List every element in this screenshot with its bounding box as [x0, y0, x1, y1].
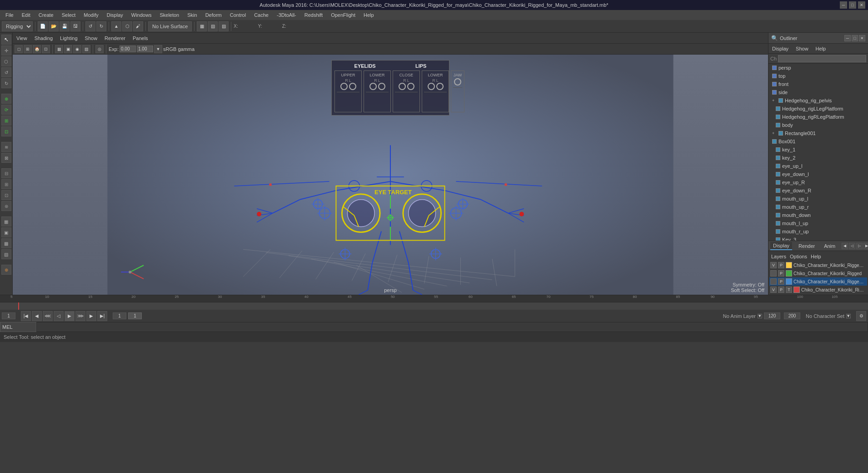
rotate-obj-button[interactable]: ⟳: [1, 105, 11, 115]
vp-menu-renderer[interactable]: Renderer: [103, 35, 127, 42]
lasso-select-button[interactable]: ⬡: [122, 21, 132, 31]
close-button[interactable]: ✕: [858, 1, 865, 9]
dra-tab-render[interactable]: Render: [796, 242, 818, 250]
dra-tab-anim[interactable]: Anim: [821, 242, 838, 250]
snap-grid-button[interactable]: ⊟: [1, 168, 11, 178]
layer-row-2[interactable]: V P Chiko_Character_Kikoriki_Rigged: [769, 269, 867, 277]
tree-item-eyeupl[interactable]: eye_up_l: [768, 162, 868, 170]
no-live-surface-button[interactable]: No Live Surface: [148, 21, 192, 31]
ipr-button[interactable]: ▩: [1, 238, 11, 248]
settings-button[interactable]: ⚙: [856, 311, 866, 321]
play-button[interactable]: ▶: [65, 311, 75, 321]
scale-obj-button[interactable]: ⊞: [1, 116, 11, 126]
render-region-button[interactable]: ▦: [1, 216, 11, 226]
transform-button[interactable]: ⊡: [1, 126, 11, 136]
layer-row-1[interactable]: V P Chiko_Character_Kikoriki_Rigged_st: [769, 261, 867, 269]
snap-point-button[interactable]: ⊡: [1, 190, 11, 200]
prev-frame-button[interactable]: ◀: [32, 311, 42, 321]
layer2-p-btn[interactable]: P: [778, 270, 784, 277]
lasso-tool-button[interactable]: ⬡: [1, 56, 11, 66]
tree-item-hedgehog-pelvis[interactable]: + Hedgehog_rig_pelvis: [768, 96, 868, 105]
outliner-close-btn[interactable]: ✕: [859, 35, 865, 41]
layer1-p-btn[interactable]: P: [778, 262, 784, 268]
menu-edit[interactable]: Edit: [18, 11, 34, 19]
tree-item-eyedownr[interactable]: eye_down_R: [768, 186, 868, 195]
menu-skeleton[interactable]: Skeleton: [156, 11, 183, 19]
timeline-bar[interactable]: [0, 302, 868, 310]
vp-isolate-btn[interactable]: ◎: [95, 45, 104, 53]
char-set-dropdown[interactable]: ▾: [846, 314, 851, 318]
mode-dropdown[interactable]: Rigging: [2, 21, 33, 31]
tree-item-rleg[interactable]: Hedgehog_rigRLegPlatform: [768, 113, 868, 121]
outliner-search-input[interactable]: [778, 55, 866, 62]
lower-lips-l-circle[interactable]: [436, 83, 444, 90]
dra-next2-btn[interactable]: ▶: [863, 243, 868, 249]
redo-button[interactable]: ↻: [96, 21, 106, 31]
jaw-circle[interactable]: [454, 78, 461, 86]
menu-redshift[interactable]: Redshift: [301, 11, 326, 19]
frame-end-input[interactable]: [764, 312, 780, 319]
gamma-btn[interactable]: ▼: [154, 45, 162, 53]
vp-btn2[interactable]: ⊞: [24, 45, 32, 53]
vp-menu-shading[interactable]: Shading: [33, 35, 55, 42]
layer1-v-btn[interactable]: V: [770, 262, 777, 268]
layers-menu-options[interactable]: Options: [790, 254, 807, 259]
tree-item-side[interactable]: side: [768, 88, 868, 96]
outliner-maximize-btn[interactable]: □: [852, 35, 858, 41]
menu-deform[interactable]: Deform: [202, 11, 225, 19]
save-file-button[interactable]: 💾: [60, 21, 70, 31]
tree-item-eyedownl[interactable]: eye_down_l: [768, 170, 868, 178]
sculpt-button[interactable]: ⊠: [1, 153, 11, 163]
menu-windows[interactable]: Windows: [128, 11, 155, 19]
rotate-left-button[interactable]: ↺: [1, 67, 11, 77]
vp-menu-view[interactable]: View: [15, 35, 29, 42]
play-back-button[interactable]: ◁: [54, 311, 64, 321]
tree-item-mouthupl[interactable]: mouth_up_l: [768, 195, 868, 203]
vp-btn4[interactable]: ⊡: [42, 45, 50, 53]
outliner-menu-help[interactable]: Help: [814, 45, 828, 52]
tree-item-mouthdown[interactable]: mouth_down: [768, 211, 868, 219]
vp-menu-panels[interactable]: Panels: [131, 35, 150, 42]
paint-select-button[interactable]: 🖌: [133, 21, 143, 31]
layer4-p-btn[interactable]: P: [778, 287, 784, 293]
tree-item-body[interactable]: body: [768, 121, 868, 129]
outliner-minimize-btn[interactable]: ─: [844, 35, 851, 41]
select-mode-button[interactable]: ▲: [111, 21, 121, 31]
vp-shaded-btn[interactable]: ◉: [73, 45, 81, 53]
tree-item-front[interactable]: front: [768, 80, 868, 88]
upper-r-circle[interactable]: [340, 83, 348, 90]
move-tool-button[interactable]: ✛: [1, 45, 11, 55]
vp-wireframe-btn[interactable]: ▦: [55, 45, 63, 53]
new-file-button[interactable]: 📄: [38, 21, 48, 31]
menu-create[interactable]: Create: [35, 11, 57, 19]
dra-next-btn[interactable]: ▷: [856, 243, 863, 249]
render-btn2[interactable]: ▧: [208, 21, 218, 31]
undo-button[interactable]: ↺: [85, 21, 95, 31]
menu-cache[interactable]: Cache: [250, 11, 272, 19]
tree-item-persp[interactable]: persp: [768, 64, 868, 72]
prev-key-button[interactable]: ⋘: [43, 311, 53, 321]
layer3-v-btn[interactable]: V: [770, 278, 777, 285]
frame-current-input[interactable]: [113, 312, 126, 319]
outliner-menu-display[interactable]: Display: [770, 45, 790, 52]
tree-item-box[interactable]: Box001: [768, 137, 868, 146]
dra-tab-display[interactable]: Display: [770, 242, 792, 250]
soft-mod-button[interactable]: ≋: [1, 142, 11, 152]
render-btn1[interactable]: ▦: [197, 21, 207, 31]
dra-prev-btn[interactable]: ◀: [842, 243, 848, 249]
tree-item-lleg[interactable]: Hedgehog_rigLLegPlatform: [768, 105, 868, 113]
tree-item-key3[interactable]: Key_3: [768, 236, 868, 241]
exposure-input[interactable]: [120, 45, 136, 52]
open-file-button[interactable]: 📂: [49, 21, 59, 31]
hotbox-button[interactable]: ⊕: [1, 265, 11, 275]
tree-item-mouthrup[interactable]: mouth_r_up: [768, 227, 868, 236]
snap-curve-button[interactable]: ⊞: [1, 179, 11, 189]
tree-item-top[interactable]: top: [768, 72, 868, 80]
menu-file[interactable]: File: [2, 11, 17, 19]
snap-surface-button[interactable]: ⊛: [1, 201, 11, 211]
mel-python-toggle[interactable]: MEL: [0, 322, 36, 332]
tree-item-key2[interactable]: key_2: [768, 154, 868, 162]
outliner-menu-show[interactable]: Show: [794, 45, 810, 52]
lower-l-circle[interactable]: [378, 83, 385, 90]
frame-end2-input[interactable]: [784, 312, 800, 319]
